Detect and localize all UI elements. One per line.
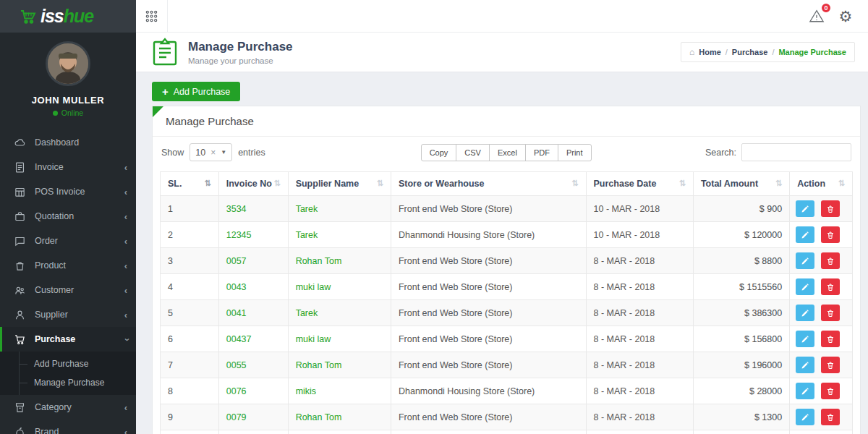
cell-invoice-no[interactable]: 0041	[218, 300, 288, 326]
delete-button[interactable]	[821, 383, 840, 399]
user-name: JOHN MULLER	[0, 95, 136, 106]
delete-button[interactable]	[821, 278, 840, 295]
cell-supplier[interactable]: Rohan Tom	[288, 352, 391, 378]
chevron-left-icon: ‹	[124, 285, 127, 296]
cell-invoice-no[interactable]: 12345	[218, 222, 288, 248]
logo[interactable]: isshue	[0, 0, 136, 33]
sidebar-item-purchase[interactable]: Purchase‹	[0, 327, 136, 352]
apps-grid-button[interactable]	[136, 0, 168, 33]
col-header-supplier-name[interactable]: Supplier Name⇅	[288, 172, 391, 196]
cell-supplier[interactable]: Tarek	[288, 222, 391, 248]
add-purchase-button[interactable]: + Add Purchase	[152, 82, 240, 101]
cell-invoice-no[interactable]: 0043	[218, 274, 288, 300]
cell-supplier[interactable]: muki law	[288, 326, 391, 352]
delete-button[interactable]	[821, 331, 840, 347]
delete-button[interactable]	[821, 409, 840, 425]
trash-icon	[826, 205, 835, 213]
apps-grid-icon	[145, 10, 158, 22]
pencil-icon	[801, 335, 809, 344]
cell-invoice-no[interactable]: 3534	[218, 196, 288, 222]
cell-supplier[interactable]: mikis	[288, 378, 391, 404]
delete-button[interactable]	[821, 200, 840, 217]
sidebar-item-dashboard[interactable]: Dashboard	[0, 130, 136, 155]
cell-purchase-date: 10 - MAR - 2018	[586, 222, 693, 248]
trash-icon	[826, 231, 835, 239]
gear-icon: ⚙	[839, 9, 853, 24]
col-header-action[interactable]: Action⇅	[790, 172, 853, 196]
cell-invoice-no[interactable]: 0079	[218, 404, 288, 430]
pdf-button[interactable]: PDF	[525, 144, 558, 161]
alerts-button[interactable]: 0	[807, 7, 826, 25]
breadcrumb-purchase[interactable]: Purchase	[732, 48, 768, 56]
sidebar: isshue JOHN MULLER Online Dashboard Invo…	[0, 0, 136, 434]
sidebar-item-pos-invoice[interactable]: POS Invoice‹	[0, 179, 136, 204]
sort-icon: ⇅	[775, 179, 782, 188]
page-size-select[interactable]: 10 × ▼	[190, 143, 232, 161]
edit-button[interactable]	[796, 226, 814, 243]
edit-button[interactable]	[796, 383, 814, 399]
edit-button[interactable]	[796, 305, 814, 321]
purchase-table-body: 1 3534 Tarek Front end Web Store (Store)…	[161, 196, 853, 434]
copy-button[interactable]: Copy	[421, 144, 457, 161]
sidebar-item-product[interactable]: Product‹	[0, 253, 136, 278]
cell-invoice-no[interactable]: 0057	[218, 248, 288, 274]
sidebar-item-category[interactable]: Category‹	[0, 395, 136, 420]
submenu-item-manage-purchase[interactable]: Manage Purchase	[0, 373, 136, 392]
cell-supplier[interactable]: Rohan Tom	[288, 248, 391, 274]
delete-button[interactable]	[821, 226, 840, 243]
avatar[interactable]	[46, 41, 90, 86]
cell-purchase-date: 10 - MAR - 2018	[586, 196, 693, 222]
cell-supplier[interactable]: Tarek	[288, 196, 391, 222]
edit-button[interactable]	[796, 409, 814, 425]
submenu-item-add-purchase[interactable]: Add Purchase	[0, 354, 136, 373]
col-header-store[interactable]: Store or Wearhouse⇅	[391, 172, 586, 196]
edit-button[interactable]	[796, 200, 814, 217]
edit-button[interactable]	[796, 331, 814, 347]
quotation-icon	[14, 210, 26, 223]
col-header-invoice-no[interactable]: Invoice No⇅	[218, 172, 288, 196]
col-header-sl[interactable]: SL.⇅	[161, 172, 219, 196]
sidebar-item-order[interactable]: Order‹	[0, 229, 136, 253]
cell-invoice-no[interactable]: 00437	[218, 326, 288, 352]
delete-button[interactable]	[821, 305, 840, 321]
cell-sl: 7	[161, 352, 219, 378]
sidebar-item-customer[interactable]: Customer‹	[0, 278, 136, 302]
breadcrumb-home[interactable]: Home	[699, 48, 721, 56]
dashboard-icon	[14, 137, 26, 149]
supplier-icon	[14, 309, 26, 321]
settings-button[interactable]: ⚙	[836, 7, 855, 25]
cell-action	[790, 222, 853, 248]
clear-icon[interactable]: ×	[210, 148, 216, 158]
print-button[interactable]: Print	[558, 144, 592, 161]
cell-invoice-no[interactable]: 0055	[218, 352, 288, 378]
delete-button[interactable]	[821, 357, 840, 373]
cell-invoice-no[interactable]: 0079	[218, 430, 288, 434]
cell-sl: 1	[161, 196, 219, 222]
edit-button[interactable]	[796, 252, 814, 269]
sidebar-item-brand[interactable]: Brand‹	[0, 420, 136, 434]
cell-supplier[interactable]: muki law	[288, 274, 391, 300]
sidebar-item-supplier[interactable]: Supplier‹	[0, 302, 136, 327]
page-size-control: Show 10 × ▼ entries	[161, 143, 265, 161]
cell-store: Front end Web Store (Store)	[391, 196, 586, 222]
edit-button[interactable]	[796, 357, 814, 373]
cell-total-amount: $ 900	[693, 196, 789, 222]
search-input[interactable]	[741, 143, 851, 161]
cell-action	[790, 352, 853, 378]
excel-button[interactable]: Excel	[489, 144, 526, 161]
cell-supplier[interactable]: Rohan Tom	[288, 404, 391, 430]
cell-store: Dhanmondi Housing Store (Store)	[391, 378, 586, 404]
cell-supplier[interactable]: Tarek	[288, 300, 391, 326]
col-header-purchase-date[interactable]: Purchase Date⇅	[586, 172, 693, 196]
sidebar-item-invoice[interactable]: Invoice‹	[0, 155, 136, 179]
edit-button[interactable]	[796, 278, 814, 295]
csv-button[interactable]: CSV	[456, 144, 490, 161]
cell-invoice-no[interactable]: 0076	[218, 378, 288, 404]
cell-supplier[interactable]: Rohan Tom	[288, 430, 391, 434]
sidebar-item-quotation[interactable]: Quotation‹	[0, 204, 136, 229]
table-row: 6 00437 muki law Front end Web Store (St…	[161, 326, 853, 352]
pencil-icon	[801, 283, 809, 292]
delete-button[interactable]	[821, 252, 840, 269]
col-header-total-amount[interactable]: Total Amount⇅	[693, 172, 789, 196]
pencil-icon	[801, 361, 809, 370]
